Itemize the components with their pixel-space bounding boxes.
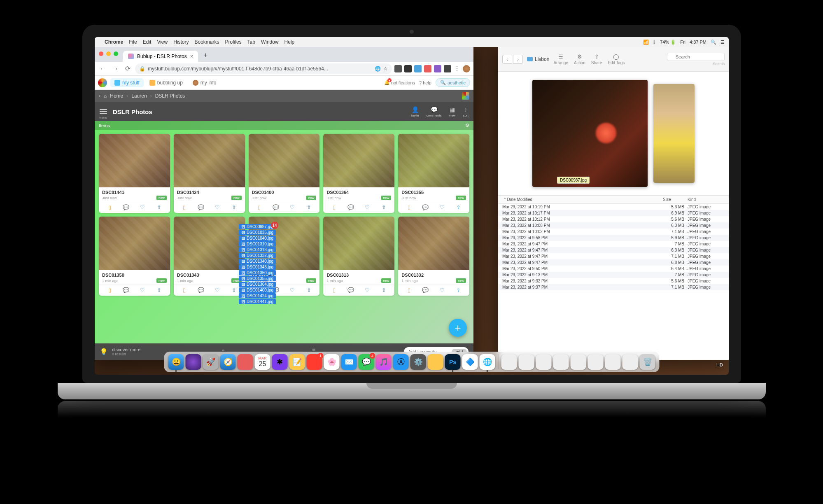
dock-minimized-window[interactable] <box>553 354 569 370</box>
finder-list-row[interactable]: Mar 23, 2022 at 10:17 PM 6.9 MB JPEG ima… <box>498 210 729 216</box>
card-action-share-icon[interactable]: ⇪ <box>230 287 238 293</box>
dock-minimized-window[interactable] <box>536 354 552 370</box>
dock-photos-icon[interactable]: 🌸 <box>324 354 340 370</box>
dock-messages-icon[interactable]: 💬4 <box>359 354 374 370</box>
photo-card[interactable]: DSC01355 Just nownew ▯ 💬 ♡ ⇪ <box>398 134 469 213</box>
card-action-file-icon[interactable]: ▯ <box>330 287 338 293</box>
finder-list-row[interactable]: Mar 23, 2022 at 10:19 PM 5.3 MB JPEG ima… <box>498 204 729 210</box>
new-tab-button[interactable]: + <box>201 50 210 60</box>
tab-close-button[interactable]: × <box>190 53 194 59</box>
browser-reload-button[interactable]: ⟳ <box>123 64 133 74</box>
breadcrumb-back-button[interactable]: ‹ <box>99 93 100 99</box>
menubar-app-name[interactable]: Chrome <box>105 39 123 45</box>
finder-list-row[interactable]: Mar 23, 2022 at 10:12 PM 5.6 MB JPEG ima… <box>498 216 729 222</box>
menubar-item[interactable]: Profiles <box>225 39 242 45</box>
breadcrumb-home[interactable]: Home <box>110 93 123 99</box>
card-action-file-icon[interactable]: ▯ <box>405 287 413 293</box>
extensions-menu-icon[interactable] <box>444 65 451 72</box>
card-action-like-icon[interactable]: ♡ <box>214 204 221 210</box>
close-window-button[interactable] <box>99 51 103 56</box>
finder-list-row[interactable]: Mar 23, 2022 at 10:02 PM 7.1 MB JPEG ima… <box>498 229 729 235</box>
extension-icon[interactable] <box>414 65 422 72</box>
dock-launchpad-icon[interactable]: 🚀 <box>203 354 219 370</box>
dock-notes-icon[interactable]: 📝 <box>289 354 305 370</box>
card-action-share-icon[interactable]: ⇪ <box>380 204 387 210</box>
finder-col-kind[interactable]: Kind <box>688 197 725 202</box>
menubar-item[interactable]: Help <box>284 39 295 45</box>
add-fab-button[interactable]: + <box>449 319 467 337</box>
card-action-file-icon[interactable]: ▯ <box>106 204 113 210</box>
tab-myinfo[interactable]: my info <box>189 78 221 87</box>
help-button[interactable]: ?help <box>419 80 431 85</box>
card-action-share-icon[interactable]: ⇪ <box>230 204 238 210</box>
dock-app-icon[interactable]: ✱ <box>272 354 288 370</box>
extension-icon[interactable] <box>424 65 431 72</box>
card-action-like-icon[interactable]: ♡ <box>139 287 146 293</box>
card-action-comment-icon[interactable]: 💬 <box>122 204 130 210</box>
discover-label[interactable]: discover more <box>112 347 140 352</box>
bookmark-icon[interactable]: ☆ <box>383 66 388 72</box>
finder-share-button[interactable]: ⇪Share <box>591 54 602 65</box>
finder-list-row[interactable]: Mar 23, 2022 at 9:37 PM 7.1 MB JPEG imag… <box>498 284 729 290</box>
finder-list-row[interactable]: Mar 23, 2022 at 9:58 PM 5.9 MB JPEG imag… <box>498 235 729 241</box>
card-action-file-icon[interactable]: ▯ <box>405 204 413 210</box>
photo-card[interactable]: DSC01364 Just nownew ▯ 💬 ♡ ⇪ <box>323 134 394 213</box>
finder-col-date[interactable]: Date Modified <box>502 197 663 202</box>
card-action-comment-icon[interactable]: 💬 <box>197 204 205 210</box>
photo-card[interactable]: DSC01350 1 min agonew ▯ 💬 ♡ ⇪ <box>99 217 170 296</box>
battery-status[interactable]: 74% 🔋 <box>660 40 676 45</box>
card-action-like-icon[interactable]: ♡ <box>139 204 146 210</box>
finder-list-row[interactable]: Mar 23, 2022 at 9:47 PM 6.8 MB JPEG imag… <box>498 259 729 266</box>
dock-settings-icon[interactable]: ⚙️ <box>410 354 426 370</box>
card-action-file-icon[interactable]: ▯ <box>330 204 338 210</box>
breadcrumb-item[interactable]: Lauren <box>131 93 147 99</box>
maximize-window-button[interactable] <box>114 51 118 56</box>
dock-siri-icon[interactable] <box>186 354 201 370</box>
minimize-window-button[interactable] <box>106 51 111 56</box>
finder-action-button[interactable]: ⚙Action <box>574 54 585 65</box>
chrome-menu-button[interactable]: ⋮ <box>454 65 460 72</box>
finder-next-image[interactable] <box>653 84 695 183</box>
card-action-comment-icon[interactable]: 💬 <box>422 287 429 293</box>
card-action-like-icon[interactable]: ♡ <box>438 204 446 210</box>
dock-music-icon[interactable]: 🎵 <box>376 354 392 370</box>
card-action-like-icon[interactable]: ♡ <box>214 287 221 293</box>
dock-chrome-icon[interactable]: 🌐 <box>480 354 495 370</box>
browser-tab[interactable]: Bublup - DSLR Photos × <box>123 51 198 62</box>
card-action-like-icon[interactable]: ♡ <box>289 287 296 293</box>
menubar-item[interactable]: Edit <box>143 39 152 45</box>
extension-icon[interactable] <box>394 65 402 72</box>
photo-card[interactable]: DSC01441 Just nownew ▯ 💬 ♡ ⇪ <box>99 134 170 213</box>
card-action-share-icon[interactable]: ⇪ <box>156 287 163 293</box>
spotlight-icon[interactable]: 🔍 <box>711 40 716 45</box>
card-action-file-icon[interactable]: ▯ <box>106 287 113 293</box>
view-button[interactable]: ▦view <box>449 106 456 117</box>
dock-minimized-window[interactable] <box>519 354 534 370</box>
card-action-like-icon[interactable]: ♡ <box>364 287 371 293</box>
card-action-comment-icon[interactable]: 💬 <box>272 204 280 210</box>
hamburger-menu-button[interactable] <box>100 109 107 114</box>
photo-card[interactable]: DSC01343 1 min agonew ▯ 💬 ♡ ⇪ <box>174 217 245 296</box>
invite-button[interactable]: 👤invite <box>411 106 419 117</box>
dock-minimized-window[interactable] <box>605 354 621 370</box>
dock-photobooth-icon[interactable] <box>238 354 253 370</box>
menubar-day[interactable]: Fri <box>680 40 685 44</box>
finder-list-row[interactable]: Mar 23, 2022 at 9:47 PM 6.3 MB JPEG imag… <box>498 247 729 253</box>
finder-list-row[interactable]: Mar 23, 2022 at 9:47 PM 7.1 MB JPEG imag… <box>498 253 729 259</box>
card-action-comment-icon[interactable]: 💬 <box>197 287 205 293</box>
extension-icon[interactable] <box>434 65 441 72</box>
control-center-icon[interactable]: ☰ <box>720 40 725 45</box>
finder-search-input[interactable] <box>667 53 725 61</box>
bublup-mini-logo[interactable] <box>462 92 469 100</box>
menubar-item[interactable]: Tab <box>247 39 255 45</box>
photo-card[interactable]: DSC01332 1 min agonew ▯ 💬 ♡ ⇪ <box>398 217 469 296</box>
card-action-comment-icon[interactable]: 💬 <box>347 204 354 210</box>
wifi-icon[interactable]: 📶 <box>643 40 649 45</box>
menubar-item[interactable]: Window <box>261 39 279 45</box>
section-settings-button[interactable]: ⚙ <box>465 123 469 128</box>
tab-bubblingup[interactable]: bubbling up <box>145 78 187 87</box>
dock-stickies-icon[interactable] <box>428 354 443 370</box>
card-action-share-icon[interactable]: ⇪ <box>455 204 462 210</box>
finder-list-row[interactable]: Mar 23, 2022 at 9:50 PM 6.4 MB JPEG imag… <box>498 266 729 272</box>
dock-reminders-icon[interactable]: 1 <box>307 354 322 370</box>
